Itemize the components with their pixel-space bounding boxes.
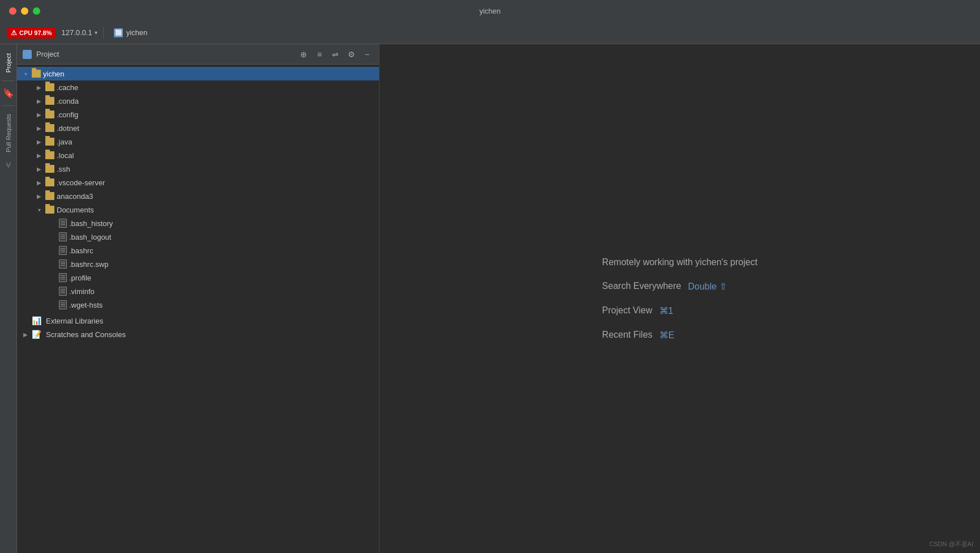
file-tree[interactable]: ▾ yichen ▶ .cache ▶ .conda ▶ .config	[17, 65, 379, 553]
file-icon	[59, 273, 67, 282]
tree-item-label: yichen	[43, 70, 65, 78]
cpu-label: CPU 97.8%	[19, 29, 52, 36]
minimize-button[interactable]	[21, 7, 28, 15]
tree-file-bash-logout[interactable]: ▶ .bash_logout	[17, 230, 379, 244]
ip-selector[interactable]: 127.0.0.1 ▾	[61, 28, 97, 37]
panel-title: Project	[36, 50, 293, 58]
watermark: CSDN @不是AI	[929, 540, 973, 548]
welcome-search-item[interactable]: Search Everywhere Double ⇧	[602, 281, 727, 292]
tree-item-label: .bashrc.swp	[69, 260, 108, 269]
side-icons-bar: Project 🔖 Pull Requests ⑂	[0, 44, 17, 553]
chevron-right-icon: ▶	[35, 83, 43, 91]
title-bar: yichen	[0, 0, 980, 22]
top-toolbar: ⚠ CPU 97.8% 127.0.0.1 ▾ ⬜ yichen	[0, 22, 980, 44]
file-icon	[59, 300, 67, 309]
tree-folder-java[interactable]: ▶ .java	[17, 135, 379, 148]
expand-all-button[interactable]: ⇌	[329, 48, 342, 61]
tree-folder-local[interactable]: ▶ .local	[17, 148, 379, 162]
chevron-right-icon: ▶	[35, 178, 43, 186]
locate-file-button[interactable]: ⊕	[297, 48, 310, 61]
folder-icon	[45, 178, 54, 186]
folder-icon	[45, 110, 54, 118]
close-button[interactable]	[9, 7, 16, 15]
chevron-down-icon: ▾	[22, 70, 29, 78]
main-content-area: Remotely working with yichen's project S…	[380, 44, 980, 553]
chevron-right-icon: ▶	[35, 151, 43, 159]
folder-icon	[45, 151, 54, 159]
main-layout: Project 🔖 Pull Requests ⑂ Project ⊕ ≡ ⇌ …	[0, 44, 980, 553]
tree-item-label: .config	[57, 110, 78, 119]
window-title: yichen	[479, 7, 501, 15]
welcome-remote-item: Remotely working with yichen's project	[602, 257, 757, 267]
tree-item-label: .cache	[57, 83, 78, 92]
tree-item-label: .java	[57, 138, 72, 146]
tree-file-profile[interactable]: ▶ .profile	[17, 271, 379, 284]
project-view-label: Project View	[602, 305, 653, 316]
sidebar-item-pull-requests[interactable]: Pull Requests	[5, 109, 12, 157]
tree-file-wget-hsts[interactable]: ▶ .wget-hsts	[17, 298, 379, 312]
tree-item-label: Scratches and Consoles	[46, 330, 126, 339]
panel-title-icon	[23, 50, 32, 59]
project-tab-icon: ⬜	[114, 28, 123, 37]
welcome-project-view-item[interactable]: Project View ⌘1	[602, 305, 674, 316]
tree-folder-dotnet[interactable]: ▶ .dotnet	[17, 121, 379, 135]
tree-file-bashrc[interactable]: ▶ .bashrc	[17, 244, 379, 257]
sidebar-item-bookmarks[interactable]: 🔖	[3, 84, 14, 102]
project-view-shortcut: ⌘1	[659, 305, 674, 316]
tree-root-yichen[interactable]: ▾ yichen	[17, 67, 379, 80]
tree-item-label: .local	[57, 151, 74, 160]
tree-item-label: .bash_logout	[69, 233, 111, 241]
tree-item-label: anaconda3	[57, 192, 93, 201]
maximize-button[interactable]	[33, 7, 40, 15]
side-icon-divider	[2, 80, 15, 81]
chevron-down-icon: ▾	[95, 29, 97, 36]
recent-files-label: Recent Files	[602, 330, 653, 340]
file-icon	[59, 287, 67, 296]
cpu-indicator[interactable]: ⚠ CPU 97.8%	[7, 27, 56, 39]
tree-item-label: .vscode-server	[57, 178, 105, 187]
chevron-down-icon: ▾	[35, 206, 43, 214]
chevron-right-icon: ▶	[35, 110, 43, 118]
hide-panel-button[interactable]: −	[361, 48, 373, 61]
scratches-icon: 📝	[32, 330, 41, 339]
panel-toolbar: ⊕ ≡ ⇌ ⚙ −	[297, 48, 373, 61]
traffic-lights	[9, 7, 40, 15]
file-icon	[59, 246, 67, 255]
tree-item-label: .ssh	[57, 165, 70, 173]
folder-icon	[45, 206, 54, 214]
tree-file-bash-history[interactable]: ▶ .bash_history	[17, 216, 379, 230]
tree-folder-ssh[interactable]: ▶ .ssh	[17, 162, 379, 176]
tree-scratches-consoles[interactable]: ▶ 📝 Scratches and Consoles	[17, 327, 379, 341]
tree-folder-conda[interactable]: ▶ .conda	[17, 94, 379, 108]
chevron-right-icon: ▶	[35, 97, 43, 105]
search-shortcut: Double ⇧	[688, 281, 726, 292]
search-label: Search Everywhere	[602, 281, 681, 291]
sidebar-item-merge[interactable]: ⑂	[6, 157, 11, 174]
tree-folder-cache[interactable]: ▶ .cache	[17, 80, 379, 94]
tree-folder-vscode-server[interactable]: ▶ .vscode-server	[17, 176, 379, 189]
chevron-right-icon: ▶	[35, 192, 43, 200]
folder-icon	[45, 83, 54, 91]
project-panel: Project ⊕ ≡ ⇌ ⚙ − ▾ yichen ▶ .cache	[17, 44, 380, 553]
side-icon-divider-2	[2, 105, 15, 106]
sidebar-item-project[interactable]: Project	[5, 49, 12, 77]
collapse-all-button[interactable]: ≡	[313, 48, 326, 61]
folder-icon	[45, 97, 54, 105]
tree-folder-config[interactable]: ▶ .config	[17, 108, 379, 121]
alert-icon: ⚠	[11, 29, 17, 37]
file-icon	[59, 260, 67, 269]
tree-file-viminfo[interactable]: ▶ .viminfo	[17, 284, 379, 298]
settings-button[interactable]: ⚙	[345, 48, 357, 61]
tree-file-bashrc-swp[interactable]: ▶ .bashrc.swp	[17, 257, 379, 271]
tree-external-libraries[interactable]: ▶ 📊 External Libraries	[17, 314, 379, 327]
project-tab-label: yichen	[126, 28, 148, 37]
ip-address: 127.0.0.1	[61, 28, 92, 37]
folder-icon	[45, 165, 54, 173]
tree-folder-anaconda3[interactable]: ▶ anaconda3	[17, 189, 379, 203]
external-libraries-icon: 📊	[32, 316, 41, 325]
file-icon	[59, 232, 67, 241]
tree-folder-documents[interactable]: ▾ Documents	[17, 203, 379, 216]
welcome-recent-files-item[interactable]: Recent Files ⌘E	[602, 330, 675, 341]
chevron-right-icon: ▶	[35, 124, 43, 132]
project-tab[interactable]: ⬜ yichen	[109, 26, 152, 40]
